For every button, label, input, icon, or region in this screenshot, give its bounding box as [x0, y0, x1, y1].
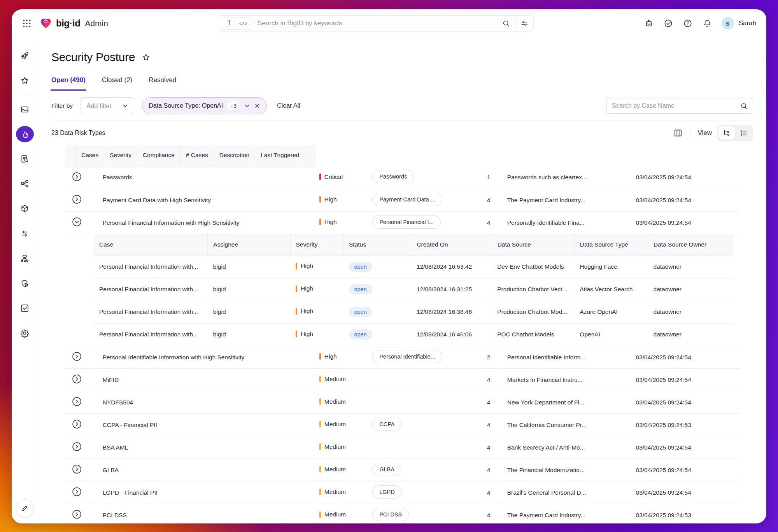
expand-row-icon[interactable] [72, 441, 82, 452]
tab-open[interactable]: Open (490) [51, 76, 86, 90]
expand-row-icon[interactable] [72, 374, 82, 384]
expand-row-icon[interactable] [72, 351, 82, 362]
notifications-bell-icon[interactable] [702, 18, 712, 28]
severity-bar [319, 488, 321, 495]
table-row[interactable]: PCI DSSMediumPCI DSS4The Payment Card In… [65, 504, 740, 524]
table-row[interactable]: Personal Financial Information with High… [65, 212, 740, 234]
subtable-row[interactable]: Personal Financial Information with...bi… [94, 323, 734, 346]
swap-arrows-icon[interactable] [19, 228, 30, 239]
table-row[interactable]: MiFIDMedium4Markets in Financial Instru.… [65, 369, 740, 391]
expand-row-icon[interactable] [72, 509, 82, 520]
assistant-bot-icon[interactable] [644, 18, 654, 28]
subtable-header[interactable]: Data Source [492, 234, 574, 256]
status-badge: open [349, 284, 372, 294]
checkbox-icon[interactable] [19, 303, 30, 313]
subtable-row[interactable]: Personal Financial Information with...bi… [94, 256, 734, 278]
image-icon[interactable] [19, 104, 30, 115]
description: Bank Secrecy Act / Anti-Mo... [502, 436, 631, 459]
table-row[interactable]: GLBAMediumGLBA4The Financial Modernizati… [65, 459, 740, 481]
list-view-button[interactable] [736, 126, 752, 140]
compliance-chip: Personal Identifiable... [372, 350, 442, 363]
header-num-cases[interactable]: # Cases [180, 145, 214, 166]
bigid-logo[interactable]: big·id Admin [39, 16, 108, 30]
chevron-down-icon[interactable] [244, 103, 250, 109]
global-search-bar[interactable]: T </> [218, 15, 534, 32]
app-grid-icon[interactable] [22, 18, 32, 28]
favorites-star-icon[interactable] [19, 75, 30, 86]
org-chart-icon[interactable] [19, 178, 30, 189]
header-cases[interactable]: Cases [76, 145, 104, 166]
subtable-row[interactable]: Personal Financial Information with...bi… [94, 301, 734, 323]
rocket-icon[interactable] [19, 51, 30, 61]
favorite-star-icon[interactable] [141, 52, 151, 62]
help-icon[interactable]: ? [683, 18, 693, 28]
header-compliance[interactable]: Compliance [137, 145, 180, 166]
case-search-box[interactable] [606, 98, 753, 114]
expand-row-icon[interactable] [72, 464, 82, 474]
active-filter-chip[interactable]: Data Source Type: OpenAI +3 [142, 97, 267, 114]
search-icon[interactable] [502, 19, 510, 28]
table-row[interactable]: LGPD - Financial PIIMediumLGPD4Brazil's … [65, 481, 740, 504]
subtable-header[interactable]: Case [94, 234, 208, 256]
code-search-mode-button[interactable]: </> [235, 18, 252, 29]
case-count: 4 [482, 369, 502, 391]
manage-columns-icon[interactable] [673, 128, 683, 138]
subtable-header[interactable]: Assignee [208, 234, 290, 256]
text-search-mode-button[interactable]: T [223, 18, 235, 29]
top-bar: big·id Admin T </> [12, 9, 766, 37]
last-triggered: 03/04/2025 09:24:54 [631, 166, 725, 189]
case-count: 2 [482, 346, 502, 369]
cube-icon[interactable] [19, 203, 30, 214]
severity-bar [319, 376, 321, 382]
tab-resolved[interactable]: Resolved [149, 76, 176, 90]
table-row[interactable]: Personal Identifiable Information with H… [65, 346, 740, 369]
sub-created-on: 12/08/2024 16:46:06 [411, 323, 492, 346]
sub-status: open [343, 323, 411, 346]
add-filter-dropdown[interactable]: Add filter [81, 97, 134, 114]
severity-label: Critical [324, 173, 343, 180]
catalog-search-icon[interactable] [19, 154, 30, 164]
edit-pencil-button[interactable] [16, 499, 34, 517]
user-avatar[interactable]: S [722, 17, 734, 30]
table-row[interactable]: BSA AMLMedium4Bank Secrecy Act / Anti-Mo… [65, 436, 740, 459]
search-filters-icon[interactable] [520, 19, 529, 28]
table-row[interactable]: Payment Card Data with High SensitivityH… [65, 189, 740, 212]
collapse-row-icon[interactable] [72, 217, 82, 227]
severity-label: High [324, 353, 337, 360]
expanded-cases-section: CaseAssigneeSeverityStatusCreated OnData… [65, 234, 740, 346]
clear-all-filters-button[interactable]: Clear All [277, 102, 300, 109]
compliance-chip: Passwords [372, 170, 414, 183]
subtable-header[interactable]: Created On [411, 234, 492, 256]
table-row[interactable]: NYDFS504Medium4New York Department of Fi… [65, 391, 740, 414]
tasks-check-icon[interactable] [663, 18, 673, 28]
expand-row-icon[interactable] [72, 172, 82, 182]
expand-row-icon[interactable] [72, 194, 82, 205]
global-search-input[interactable] [257, 19, 497, 28]
table-row[interactable]: PasswordsCriticalPasswords1Passwords suc… [65, 166, 740, 189]
settings-gear-icon[interactable] [19, 328, 30, 338]
tab-closed[interactable]: Closed (2) [102, 76, 132, 90]
case-name: GLBA [97, 459, 314, 481]
subtable-header[interactable]: Severity [290, 234, 343, 256]
tree-view-button[interactable] [718, 126, 735, 140]
expand-row-icon[interactable] [72, 486, 82, 497]
subtable-header[interactable]: Data Source Owner [648, 234, 734, 256]
table-row[interactable]: CCPA - Financial PIIMediumCCPA4The Calif… [65, 414, 740, 436]
shield-cursor-icon[interactable] [19, 278, 30, 289]
sidebar-item-risk-active[interactable] [16, 126, 34, 142]
header-description[interactable]: Description [214, 145, 255, 166]
main-content: Security Posture Open (490) Closed (2) R… [38, 37, 766, 523]
expand-row-icon[interactable] [72, 396, 82, 407]
network-nodes-icon[interactable] [19, 253, 30, 264]
severity-bar [319, 443, 321, 450]
last-triggered: 03/04/2025 09:24:54 [631, 391, 725, 414]
remove-filter-icon[interactable] [254, 103, 260, 109]
case-search-input[interactable] [611, 102, 740, 110]
bigid-heart-icon [39, 16, 53, 30]
subtable-row[interactable]: Personal Financial Information with...bi… [94, 278, 734, 301]
subtable-header[interactable]: Status [343, 234, 411, 256]
header-severity[interactable]: Severity [104, 145, 137, 166]
subtable-header[interactable]: Data Source Type [574, 234, 648, 256]
header-last-triggered[interactable]: Last Triggered [255, 145, 305, 166]
expand-row-icon[interactable] [72, 419, 82, 429]
